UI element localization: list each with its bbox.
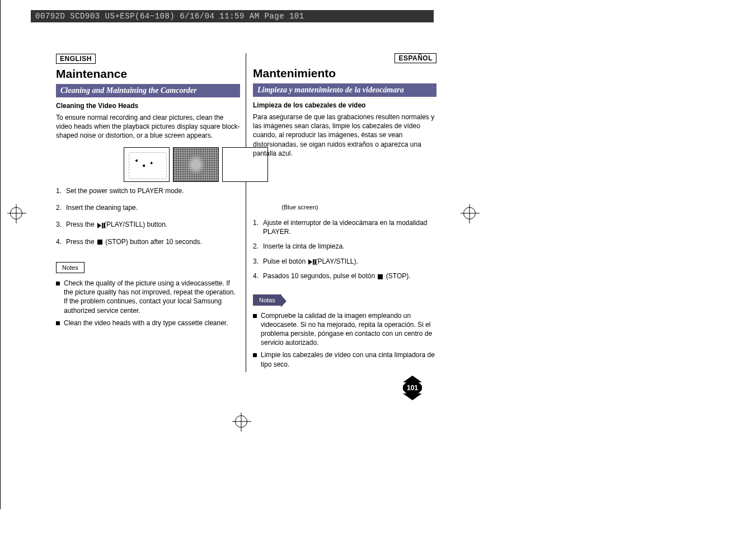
note-item: Limpie los cabezales de vídeo con una ci… [253, 350, 436, 368]
step-number: 2. [56, 203, 66, 212]
note-item: Check the quality of the picture using a… [56, 279, 240, 315]
section-heading-left: Cleaning and Maintaining the Camcorder [56, 84, 240, 97]
registration-mark-icon [235, 415, 247, 428]
section-heading-right: Limpieza y mantenimiento de la videocáma… [253, 83, 436, 97]
chapter-title-left: Maintenance [56, 67, 240, 81]
note-item: Clean the video heads with a dry type ca… [56, 318, 240, 327]
steps-list-right: 1. Ajuste el interruptor de la videocáma… [253, 218, 436, 281]
step-3-right: 3. Pulse el botón (PLAY/STILL). [253, 257, 436, 266]
square-bullet-icon [253, 350, 261, 368]
subheading-left: Cleaning the Video Heads [56, 102, 240, 110]
step-text: Inserte la cinta de limpieza. [263, 242, 436, 251]
language-label-spanish: ESPAÑOL [395, 53, 436, 63]
crop-line-vertical [0, 0, 1, 509]
step-text: Press the (STOP) button after 10 seconds… [66, 237, 240, 246]
play-still-icon [308, 257, 314, 266]
step-number: 1. [253, 218, 263, 236]
square-bullet-icon [56, 279, 64, 315]
note-item: Compruebe la calidad de la imagen emplea… [253, 311, 436, 348]
prepress-header: 00792D SCD903 US+ESP(64~108) 6/16/04 11:… [31, 10, 434, 22]
note-text: Clean the video heads with a dry type ca… [64, 318, 240, 327]
note-text: Limpie los cabezales de vídeo con una ci… [261, 350, 436, 368]
play-still-icon [97, 221, 103, 229]
intro-paragraph-right: Para asegurarse de que las grabaciones r… [253, 113, 436, 158]
column-english: ENGLISH Maintenance Cleaning and Maintai… [56, 53, 246, 372]
illustration-block-noise [173, 147, 219, 182]
step-number: 4. [56, 237, 66, 246]
illustration-normal-playback [124, 147, 170, 182]
step-text: Press the (PLAY/STILL) button. [66, 220, 240, 229]
note-text: Check the quality of the picture using a… [64, 279, 240, 315]
step-1-right: 1. Ajuste el interruptor de la videocáma… [253, 218, 436, 236]
step-text: Ajuste el interruptor de la videocámara … [263, 218, 436, 236]
notes-list-left: Check the quality of the picture using a… [56, 279, 240, 327]
step-3-left: 3. Press the (PLAY/STILL) button. [56, 220, 240, 229]
intro-paragraph-left: To ensure normal recording and clear pic… [56, 113, 240, 140]
page: 00792D SCD903 US+ESP(64~108) 6/16/04 11:… [0, 0, 756, 534]
registration-mark-icon [10, 207, 22, 219]
language-label-english: ENGLISH [56, 54, 96, 64]
notes-label-left: Notes [56, 262, 84, 273]
step-1-left: 1. Set the power switch to PLAYER mode. [56, 186, 240, 195]
step-number: 4. [253, 271, 263, 280]
page-number-value: 101 [403, 381, 422, 395]
content-area: ENGLISH Maintenance Cleaning and Maintai… [56, 53, 436, 372]
page-number-badge: 101 [403, 381, 422, 395]
notes-label-right: Notas [253, 294, 281, 306]
column-spanish: ESPAÑOL Mantenimiento Limpieza y manteni… [246, 53, 436, 372]
step-number: 3. [56, 220, 66, 229]
steps-list-left: 1. Set the power switch to PLAYER mode. … [56, 186, 240, 246]
step-number: 1. [56, 186, 66, 195]
step-text: Pasados 10 segundos, pulse el botón (STO… [263, 271, 436, 280]
notes-list-right: Compruebe la calidad de la imagen emplea… [253, 311, 436, 369]
step-4-right: 4. Pasados 10 segundos, pulse el botón (… [253, 271, 436, 280]
note-text: Compruebe la calidad de la imagen emplea… [261, 311, 436, 348]
step-number: 3. [253, 257, 263, 266]
step-text: Pulse el botón (PLAY/STILL). [263, 257, 436, 266]
subheading-right: Limpieza de los cabezales de vídeo [253, 101, 436, 109]
registration-mark-icon [463, 207, 476, 219]
step-text: Set the power switch to PLAYER mode. [66, 186, 240, 195]
step-4-left: 4. Press the (STOP) button after 10 seco… [56, 237, 240, 246]
chapter-title-right: Mantenimiento [253, 67, 436, 80]
illustration-caption: (Blue screen) [163, 204, 436, 210]
step-2-right: 2. Inserte la cinta de limpieza. [253, 242, 436, 251]
stop-icon [378, 274, 383, 279]
square-bullet-icon [56, 318, 64, 327]
step-number: 2. [253, 242, 263, 251]
square-bullet-icon [253, 311, 261, 348]
stop-icon [97, 240, 102, 245]
